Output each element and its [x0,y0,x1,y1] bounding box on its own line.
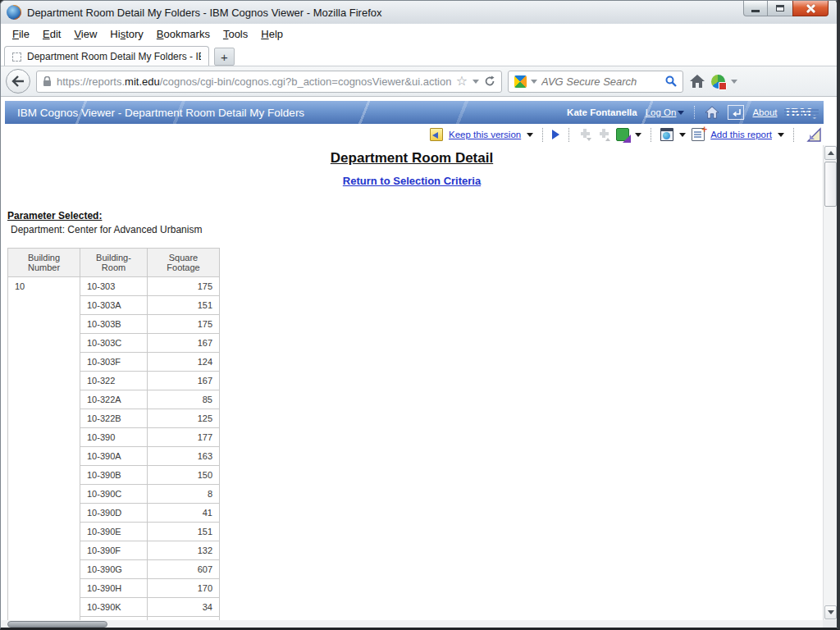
search-input[interactable] [541,75,661,88]
search-bar[interactable] [508,71,683,93]
menu-history[interactable]: History [103,25,149,43]
log-on-link[interactable]: Log On [646,107,677,117]
keep-version-icon[interactable] [430,128,443,141]
horizontal-scrollbar-thumb[interactable] [7,621,107,628]
return-icon[interactable] [728,105,744,120]
toolbar-overflow-icon[interactable] [731,80,737,84]
home-button[interactable] [689,74,705,89]
cognos-header-title: IBM Cognos Viewer - Department Room Deta… [17,107,567,119]
tab-title: Department Room Detail My Folders - IB..… [27,51,201,62]
scrollbar-corner [823,620,837,628]
run-report-icon[interactable] [552,130,559,139]
building-room-cell: 10-303B [80,315,148,334]
bookmark-star-icon[interactable]: ☆ [456,75,468,88]
address-bar[interactable]: https://reports.mit.edu/cognos/cgi-bin/c… [36,71,502,93]
scroll-up-button[interactable] [824,146,837,160]
add-report-icon[interactable] [692,128,705,141]
square-footage-cell: 175 [148,315,220,334]
building-room-cell: 10-303C [80,334,148,353]
cognos-header: IBM Cognos Viewer - Department Room Deta… [5,101,824,124]
menu-file[interactable]: File [6,25,36,43]
square-footage-cell: 125 [148,409,220,428]
ibm-logo: IBM® [786,106,817,120]
search-icon[interactable] [665,75,677,87]
cognos-logo-icon [806,127,822,143]
building-room-cell: 10-390C [80,485,148,504]
scroll-down-button[interactable] [824,605,837,619]
drill-up-arrow-icon [605,138,610,141]
go-to-caret-icon[interactable] [635,133,641,137]
lock-icon [43,76,52,87]
building-room-cell: 10-390D [80,504,148,523]
url-scheme-host: https://reports. [57,75,125,88]
building-room-cell: 10-390H [80,579,148,598]
back-button[interactable] [6,69,30,94]
building-room-cell: 10-322B [80,409,148,428]
tab-department-room-detail[interactable]: Department Room Detail My Folders - IB..… [4,46,209,66]
log-on-caret-icon [678,111,684,115]
avg-logo-icon [514,75,527,88]
url-dropdown-icon[interactable] [472,80,479,84]
url-actions: ☆ [456,75,495,88]
toolbar-separator [568,128,569,142]
close-button[interactable] [792,1,829,16]
report-content: Department Room Detail Return to Selecti… [1,145,823,620]
square-footage-cell: 132 [148,541,220,560]
window-title: Department Room Detail My Folders - IBM … [27,7,382,19]
minimize-button[interactable] [743,1,768,16]
building-room-cell: 10-390E [80,523,148,541]
go-to-related-links-icon[interactable] [616,128,629,141]
keep-version-link[interactable]: Keep this version [449,130,521,139]
cognos-header-actions: Kate Fontanella Log On About IBM® [567,105,817,120]
menu-edit[interactable]: Edit [36,25,67,43]
favicon-placeholder-icon [12,52,21,62]
menu-help[interactable]: Help [254,25,290,43]
building-room-cell: 10-390B [80,466,148,485]
extension-icon[interactable] [711,75,725,89]
firefox-icon [7,5,21,20]
square-footage-cell: 167 [148,372,220,390]
search-engine-dropdown-icon[interactable] [531,80,537,84]
view-format-caret-icon[interactable] [679,133,686,137]
menu-bar: FileEditViewHistoryBookmarksToolsHelp [1,24,837,44]
return-arrow-icon [731,107,742,117]
browser-window: Department Room Detail My Folders - IBM … [0,0,840,630]
menu-tools[interactable]: Tools [217,25,254,43]
horizontal-scrollbar[interactable] [1,620,823,628]
add-report-link[interactable]: Add this report [710,130,772,139]
add-report-caret-icon[interactable] [778,133,784,137]
view-format-icon[interactable] [660,128,673,141]
new-tab-button[interactable]: + [214,48,235,66]
drill-down-arrow-icon [587,138,591,141]
return-to-selection-link[interactable]: Return to Selection Criteria [343,175,481,187]
minimize-icon [751,10,760,12]
square-footage-cell: 163 [148,447,220,466]
square-footage-cell: 34 [148,598,220,617]
vertical-scrollbar-thumb[interactable] [824,162,837,207]
cognos-toolbar: Keep this version Add this report [5,124,824,145]
header-separator [694,106,695,119]
title-bar[interactable]: Department Room Detail My Folders - IBM … [1,1,837,24]
square-footage-cell: 177 [148,428,220,447]
square-footage-cell: 607 [148,560,220,579]
reload-icon[interactable] [484,75,495,87]
header-building-number: Building Number [8,249,80,277]
maximize-button[interactable] [768,1,792,16]
maximize-icon [776,5,784,11]
report-title: Department Room Detail [1,150,823,167]
menu-view[interactable]: View [67,25,103,43]
keep-version-caret-icon[interactable] [527,133,533,137]
toolbar-separator [793,128,794,142]
menu-bookmarks[interactable]: Bookmarks [150,25,217,43]
cognos-home-icon[interactable] [705,106,719,119]
square-footage-cell: 175 [148,277,220,296]
toolbar-separator [542,128,543,142]
report-table-body: 1010-30317510-303A15110-303B17510-303C16… [8,277,220,621]
toolbar-separator [651,128,651,142]
about-link[interactable]: About [752,107,777,117]
back-arrow-icon [11,75,25,87]
user-name: Kate Fontanella [567,107,637,117]
window-controls [743,1,829,16]
log-on-menu[interactable]: Log On [646,107,685,117]
vertical-scrollbar[interactable] [823,145,837,620]
